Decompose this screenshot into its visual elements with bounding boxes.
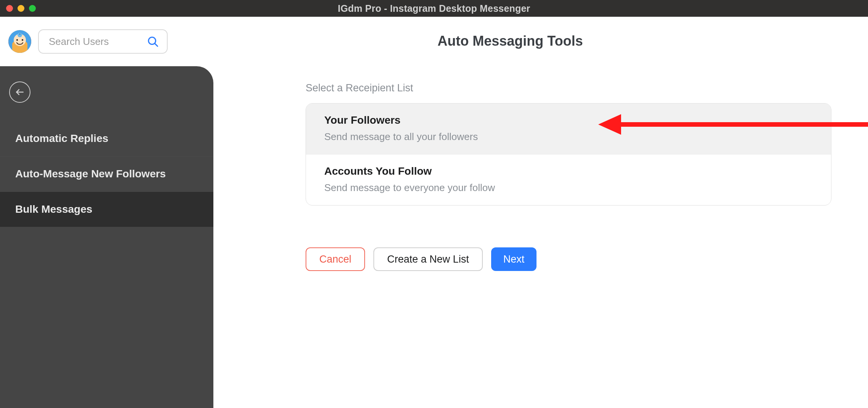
create-new-list-button[interactable]: Create a New List — [373, 247, 483, 271]
avatar-icon — [8, 30, 31, 53]
sidebar-item-automatic-replies[interactable]: Automatic Replies — [0, 121, 213, 156]
arrow-left-icon — [15, 87, 25, 97]
window-traffic-lights — [6, 5, 36, 12]
section-label: Select a Receipient List — [306, 82, 841, 94]
recipient-option-accounts-you-follow[interactable]: Accounts You Follow Send message to ever… — [306, 154, 831, 205]
recipient-list: Your Followers Send message to all your … — [306, 103, 831, 206]
sidebar-item-label: Auto-Message New Followers — [15, 168, 166, 180]
top-bar: Auto Messaging Tools — [0, 17, 868, 66]
svg-point-3 — [16, 39, 18, 41]
sidebar-item-bulk-messages[interactable]: Bulk Messages — [0, 192, 213, 227]
option-desc: Send message to everyone your follow — [324, 182, 813, 194]
button-label: Next — [503, 253, 525, 265]
cancel-button[interactable]: Cancel — [306, 247, 365, 271]
window-title: IGdm Pro - Instagram Desktop Messenger — [338, 3, 530, 14]
page-title: Auto Messaging Tools — [437, 33, 583, 49]
sidebar-item-label: Bulk Messages — [15, 203, 92, 215]
svg-point-4 — [22, 39, 23, 41]
search-icon[interactable] — [147, 36, 159, 47]
sidebar: Automatic Replies Auto-Message New Follo… — [0, 66, 213, 408]
svg-line-6 — [155, 44, 158, 46]
window-minimize-button[interactable] — [18, 5, 24, 12]
search-wrap — [38, 29, 179, 54]
window-close-button[interactable] — [6, 5, 13, 12]
option-desc: Send message to all your followers — [324, 131, 813, 143]
avatar[interactable] — [8, 30, 31, 53]
option-title: Accounts You Follow — [324, 165, 813, 177]
sidebar-item-label: Automatic Replies — [15, 132, 108, 144]
option-title: Your Followers — [324, 114, 813, 126]
button-label: Cancel — [319, 253, 351, 265]
button-label: Create a New List — [387, 253, 469, 265]
main-content: Select a Receipient List Your Followers … — [213, 66, 868, 408]
next-button[interactable]: Next — [491, 247, 537, 271]
sidebar-item-auto-message-new-followers[interactable]: Auto-Message New Followers — [0, 156, 213, 191]
window-titlebar: IGdm Pro - Instagram Desktop Messenger — [0, 0, 868, 17]
window-fullscreen-button[interactable] — [29, 5, 36, 12]
recipient-option-your-followers[interactable]: Your Followers Send message to all your … — [306, 104, 831, 154]
sidebar-back-button[interactable] — [9, 81, 30, 103]
button-row: Cancel Create a New List Next — [306, 247, 841, 271]
